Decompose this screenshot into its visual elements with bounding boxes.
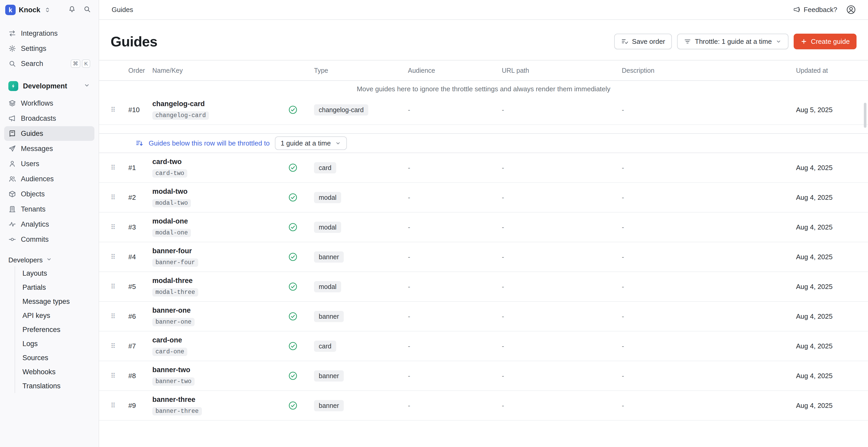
sidebar-item-guides[interactable]: Guides <box>4 126 94 141</box>
save-order-button[interactable]: Save order <box>614 34 672 49</box>
url-path-cell: - <box>502 372 622 380</box>
table-row[interactable]: ⠿ #7 card-one card-one card - - - Aug 4,… <box>99 331 868 361</box>
table-row[interactable]: ⠿ #5 modal-three modal-three modal - - -… <box>99 272 868 302</box>
drag-handle-icon[interactable]: ⠿ <box>111 224 128 230</box>
sidebar-env-nav: Workflows Broadcasts Guides Messages <box>0 96 99 247</box>
drag-handle-icon[interactable]: ⠿ <box>111 343 128 349</box>
row-order: #5 <box>128 283 152 291</box>
guide-name: card-two <box>152 158 288 166</box>
url-path-cell: - <box>502 164 622 172</box>
chevron-down-icon <box>46 256 52 264</box>
table-row[interactable]: ⠿ #9 banner-three banner-three banner - … <box>99 391 868 421</box>
search-shortcut: ⌘ K <box>71 60 90 68</box>
column-header-name-key: Name/Key <box>152 67 288 74</box>
sidebar-item-analytics[interactable]: Analytics <box>4 217 94 232</box>
sidebar-item-audiences[interactable]: Audiences <box>4 171 94 186</box>
workspace-switcher[interactable]: k Knock <box>5 5 51 15</box>
sidebar-item-label: Translations <box>23 382 61 390</box>
create-guide-button[interactable]: Create guide <box>794 34 857 49</box>
drag-handle-icon[interactable]: ⠿ <box>111 194 128 201</box>
table-row[interactable]: ⠿ #4 banner-four banner-four banner - - … <box>99 242 868 272</box>
guide-key-chip: banner-one <box>152 318 194 326</box>
guide-name-cell: banner-four banner-four <box>152 247 288 267</box>
table-row[interactable]: ⠿ #10 changelog-card changelog-card chan… <box>99 95 868 125</box>
row-order: #7 <box>128 342 152 350</box>
search-icon <box>8 60 16 68</box>
drag-handle-icon[interactable]: ⠿ <box>111 283 128 290</box>
sidebar-item-label: Commits <box>21 235 49 244</box>
drag-handle-icon[interactable]: ⠿ <box>111 164 128 171</box>
table-row[interactable]: ⠿ #2 modal-two modal-two modal - - - Aug… <box>99 183 868 213</box>
building-icon <box>8 205 16 213</box>
url-path-cell: - <box>502 283 622 291</box>
table-row[interactable]: ⠿ #6 banner-one banner-one banner - - - … <box>99 302 868 331</box>
sidebar-item-layouts[interactable]: Layouts <box>15 266 94 280</box>
table-row[interactable]: ⠿ #8 banner-two banner-two banner - - - … <box>99 361 868 391</box>
guide-name: modal-two <box>152 188 288 196</box>
description-cell: - <box>622 253 796 261</box>
account-menu-button[interactable] <box>845 4 857 15</box>
developers-nav: Layouts Partials Message types API keys … <box>14 266 99 393</box>
description-cell: - <box>622 193 796 201</box>
breadcrumb: Guides <box>112 6 133 14</box>
knock-logo: k <box>5 5 16 15</box>
sidebar-item-settings[interactable]: Settings <box>4 41 94 56</box>
updated-at-cell: Aug 4, 2025 <box>796 283 857 291</box>
type-cell: modal <box>314 281 408 292</box>
sidebar-item-preferences[interactable]: Preferences <box>15 323 94 337</box>
guide-key-chip: modal-one <box>152 229 191 237</box>
k-key: K <box>82 60 90 68</box>
guide-name-cell: card-one card-one <box>152 336 288 356</box>
sidebar-item-label: Users <box>21 160 39 168</box>
sidebar-item-sources[interactable]: Sources <box>15 351 94 365</box>
drag-handle-icon[interactable]: ⠿ <box>111 106 128 113</box>
sidebar-item-workflows[interactable]: Workflows <box>4 96 94 110</box>
row-order: #8 <box>128 372 152 380</box>
throttle-dropdown-button[interactable]: Throttle: 1 guide at a time <box>677 34 788 49</box>
table-row[interactable]: ⠿ #1 card-two card-two card - - - Aug 4,… <box>99 153 868 183</box>
save-order-icon <box>621 38 628 45</box>
scrollbar-thumb[interactable] <box>864 103 866 128</box>
throttle-row-select[interactable]: 1 guide at a time <box>275 136 347 150</box>
drag-handle-icon[interactable]: ⠿ <box>111 313 128 320</box>
cube-icon <box>8 190 16 198</box>
sidebar-item-integrations[interactable]: Integrations <box>4 26 94 41</box>
sidebar-item-partials[interactable]: Partials <box>15 280 94 294</box>
guide-name: banner-two <box>152 366 288 374</box>
sidebar-item-search[interactable]: Search ⌘ K <box>4 56 94 71</box>
environment-switcher[interactable]: Development <box>4 78 94 94</box>
notifications-button[interactable] <box>66 4 78 16</box>
quick-search-button[interactable] <box>81 4 93 16</box>
type-cell: card <box>314 162 408 173</box>
status-cell <box>288 401 314 411</box>
sidebar-item-broadcasts[interactable]: Broadcasts <box>4 111 94 126</box>
git-commit-icon <box>8 235 16 243</box>
table-row[interactable]: ⠿ #3 modal-one modal-one modal - - - Aug… <box>99 213 868 242</box>
guide-key-chip: changelog-card <box>152 111 209 120</box>
sidebar-item-users[interactable]: Users <box>4 157 94 171</box>
sidebar-item-objects[interactable]: Objects <box>4 187 94 201</box>
sidebar-item-label: Search <box>21 60 43 68</box>
guide-key-chip: modal-two <box>152 199 191 207</box>
guide-name-cell: modal-two modal-two <box>152 188 288 207</box>
drag-handle-icon[interactable]: ⠿ <box>111 402 128 409</box>
status-cell <box>288 192 314 202</box>
sidebar-item-api-keys[interactable]: API keys <box>15 309 94 323</box>
drag-handle-icon[interactable]: ⠿ <box>111 373 128 379</box>
drag-handle-icon[interactable]: ⠿ <box>111 254 128 260</box>
sidebar-item-tenants[interactable]: Tenants <box>4 202 94 217</box>
feedback-button[interactable]: Feedback? <box>793 6 837 14</box>
description-cell: - <box>622 313 796 321</box>
sidebar-item-translations[interactable]: Translations <box>15 379 94 393</box>
active-check-icon <box>288 105 298 115</box>
sidebar-item-webhooks[interactable]: Webhooks <box>15 365 94 379</box>
guide-name-cell: banner-two banner-two <box>152 366 288 386</box>
sidebar-item-logs[interactable]: Logs <box>15 337 94 351</box>
sidebar-item-message-types[interactable]: Message types <box>15 294 94 309</box>
active-check-icon <box>288 341 298 351</box>
guide-type-chip: changelog-card <box>314 104 368 116</box>
sidebar-item-messages[interactable]: Messages <box>4 141 94 156</box>
developers-section-toggle[interactable]: Developers <box>8 256 90 264</box>
sidebar-item-commits[interactable]: Commits <box>4 232 94 247</box>
guide-key-chip: banner-four <box>152 258 198 267</box>
